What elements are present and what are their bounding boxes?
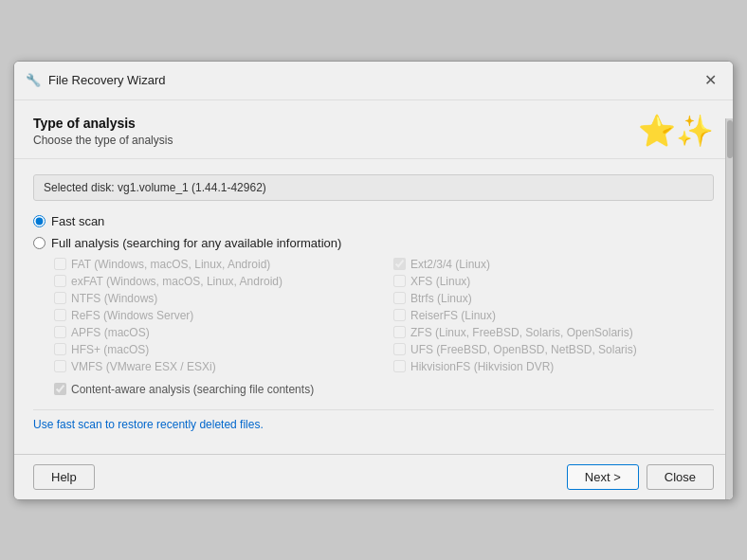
fs-hikvision: HikvisionFS (Hikvision DVR) [393, 360, 714, 373]
app-icon: 🔧 [26, 73, 41, 88]
fs-vmfs-label: VMFS (VMware ESX / ESXi) [71, 360, 216, 373]
main-content: Selected disk: vg1.volume_1 (1.44.1-4296… [14, 159, 733, 454]
fs-xfs-checkbox[interactable] [393, 275, 406, 287]
fs-hfsplus: HFS+ (macOS) [54, 343, 374, 356]
fs-hikvision-checkbox[interactable] [393, 360, 406, 372]
wizard-icon: ⭐✨ [638, 116, 714, 146]
header-section: Type of analysis Choose the type of anal… [14, 100, 733, 159]
fs-exfat: exFAT (Windows, macOS, Linux, Android) [54, 275, 374, 288]
next-button[interactable]: Next > [567, 464, 639, 490]
fs-btrfs-label: Btrfs (Linux) [410, 292, 472, 305]
fs-vmfs: VMFS (VMware ESX / ESXi) [54, 360, 374, 373]
fs-fat-checkbox[interactable] [54, 258, 66, 270]
fs-fat-label: FAT (Windows, macOS, Linux, Android) [71, 258, 270, 271]
fs-ntfs: NTFS (Windows) [54, 292, 374, 305]
content-aware-option: Content-aware analysis (searching file c… [33, 383, 714, 396]
dialog-window: 🔧 File Recovery Wizard ✕ Type of analysi… [13, 61, 734, 500]
fs-exfat-label: exFAT (Windows, macOS, Linux, Android) [71, 275, 282, 288]
fs-ext234: Ext2/3/4 (Linux) [393, 258, 714, 271]
content-aware-checkbox[interactable] [54, 383, 66, 395]
fs-reiserfs-label: ReiserFS (Linux) [410, 309, 496, 322]
fast-scan-radio[interactable] [33, 215, 46, 227]
fs-vmfs-checkbox[interactable] [54, 360, 66, 372]
title-bar-left: 🔧 File Recovery Wizard [26, 73, 166, 88]
fs-btrfs-checkbox[interactable] [393, 292, 406, 304]
fs-zfs-label: ZFS (Linux, FreeBSD, Solaris, OpenSolari… [410, 326, 633, 339]
scrollbar-thumb [727, 120, 733, 158]
selected-disk-label: Selected disk: vg1.volume_1 (1.44.1-4296… [33, 174, 714, 201]
fs-reiserfs-checkbox[interactable] [393, 309, 406, 321]
fs-zfs: ZFS (Linux, FreeBSD, Solaris, OpenSolari… [393, 326, 714, 339]
footer: Help Next > Close [14, 454, 733, 499]
fs-ufs-label: UFS (FreeBSD, OpenBSD, NetBSD, Solaris) [410, 343, 637, 356]
filesystem-checkboxes: FAT (Windows, macOS, Linux, Android) Ext… [33, 258, 714, 373]
fs-btrfs: Btrfs (Linux) [393, 292, 714, 305]
fs-apfs-checkbox[interactable] [54, 326, 66, 338]
scrollbar[interactable] [725, 118, 733, 499]
info-text: Use fast scan to restore recently delete… [33, 409, 714, 439]
fs-apfs-label: APFS (macOS) [71, 326, 150, 339]
fs-refs-label: ReFS (Windows Server) [71, 309, 193, 322]
fs-zfs-checkbox[interactable] [393, 326, 406, 338]
content-aware-label: Content-aware analysis (searching file c… [71, 383, 314, 396]
fs-ntfs-checkbox[interactable] [54, 292, 66, 304]
close-window-button[interactable]: ✕ [699, 69, 721, 92]
fs-hfsplus-checkbox[interactable] [54, 343, 66, 355]
close-button[interactable]: Close [647, 464, 714, 490]
fs-hikvision-label: HikvisionFS (Hikvision DVR) [410, 360, 554, 373]
fast-scan-option[interactable]: Fast scan [33, 214, 714, 228]
full-analysis-radio[interactable] [33, 237, 46, 249]
fs-refs-checkbox[interactable] [54, 309, 66, 321]
fs-ext234-label: Ext2/3/4 (Linux) [410, 258, 490, 271]
header-text: Type of analysis Choose the type of anal… [33, 116, 173, 147]
fs-fat: FAT (Windows, macOS, Linux, Android) [54, 258, 374, 271]
fs-ufs-checkbox[interactable] [393, 343, 406, 355]
fs-reiserfs: ReiserFS (Linux) [393, 309, 714, 322]
full-analysis-label: Full analysis (searching for any availab… [51, 236, 341, 250]
footer-right-buttons: Next > Close [567, 464, 714, 490]
fs-ufs: UFS (FreeBSD, OpenBSD, NetBSD, Solaris) [393, 343, 714, 356]
fs-exfat-checkbox[interactable] [54, 275, 66, 287]
fs-ntfs-label: NTFS (Windows) [71, 292, 157, 305]
fs-xfs-label: XFS (Linux) [410, 275, 470, 288]
fs-apfs: APFS (macOS) [54, 326, 374, 339]
help-button[interactable]: Help [33, 464, 95, 490]
fast-scan-label: Fast scan [51, 214, 104, 228]
fs-xfs: XFS (Linux) [393, 275, 714, 288]
window-title: File Recovery Wizard [48, 73, 166, 87]
fs-ext234-checkbox[interactable] [393, 258, 406, 270]
fs-hfsplus-label: HFS+ (macOS) [71, 343, 149, 356]
title-bar: 🔧 File Recovery Wizard ✕ [14, 62, 733, 100]
fs-refs: ReFS (Windows Server) [54, 309, 374, 322]
page-title: Type of analysis [33, 116, 173, 131]
full-analysis-option[interactable]: Full analysis (searching for any availab… [33, 236, 714, 250]
page-subtitle: Choose the type of analysis [33, 134, 173, 147]
